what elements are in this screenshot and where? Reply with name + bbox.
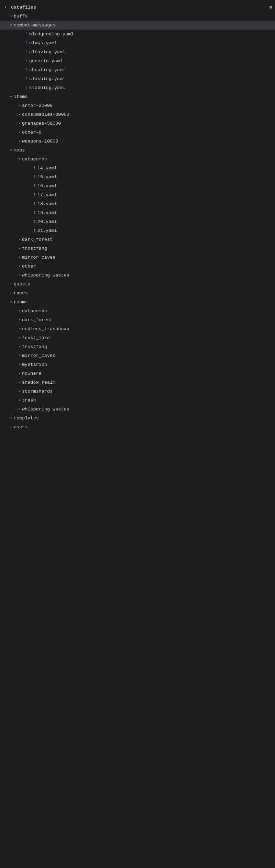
arrow-icon	[16, 129, 22, 135]
item-label: mobs	[14, 148, 25, 153]
list-item[interactable]: catacombs	[0, 306, 275, 315]
arrow-icon	[8, 299, 14, 305]
list-item[interactable]: consumables-30000	[0, 110, 275, 119]
list-item[interactable]: mirror_caves	[0, 253, 275, 262]
root-item[interactable]: _datafiles	[0, 3, 275, 12]
list-item[interactable]: stormshards	[0, 387, 275, 396]
item-label: mirror_caves	[22, 353, 55, 358]
list-item[interactable]: whispering_wastes	[0, 271, 275, 280]
list-item[interactable]: frost_lake	[0, 333, 275, 342]
list-item[interactable]: items	[0, 92, 275, 101]
arrow-icon	[8, 147, 14, 153]
list-item[interactable]: templates	[0, 414, 275, 422]
list-item[interactable]: nowhere	[0, 369, 275, 378]
item-label: frost_lake	[22, 335, 50, 340]
list-item[interactable]: endless_trashheap	[0, 324, 275, 333]
arrow-icon	[16, 308, 22, 314]
item-label: stabbing.yaml	[29, 85, 65, 90]
warning-icon: !	[25, 41, 28, 46]
item-label: whispering_wastes	[22, 273, 69, 278]
item-label: combat-messages	[14, 23, 56, 28]
arrow-icon	[16, 371, 22, 376]
list-item[interactable]: ! slashing.yaml	[0, 74, 275, 83]
list-item[interactable]: ! bludgeoning.yaml	[0, 30, 275, 38]
list-item[interactable]: ! 20.yaml	[0, 217, 275, 226]
list-item[interactable]: whispering_wastes	[0, 405, 275, 414]
root-arrow	[3, 4, 8, 10]
list-item[interactable]: ! 15.yaml	[0, 172, 275, 181]
item-label: 14.yaml	[37, 166, 57, 171]
list-item[interactable]: mystarion	[0, 360, 275, 369]
list-item[interactable]: ! claws.yaml	[0, 38, 275, 47]
item-label: races	[14, 291, 28, 296]
arrow-icon	[16, 237, 22, 242]
list-item[interactable]: frostfang	[0, 244, 275, 253]
list-item[interactable]: ! 21.yaml	[0, 226, 275, 235]
list-item[interactable]: ! cleaving.yaml	[0, 47, 275, 56]
list-item[interactable]: rooms	[0, 297, 275, 306]
item-label: shooting.yaml	[29, 67, 65, 72]
list-item[interactable]: users	[0, 422, 275, 431]
list-item[interactable]: ! 14.yaml	[0, 164, 275, 172]
item-label: claws.yaml	[29, 41, 57, 46]
arrow-icon	[16, 406, 22, 412]
list-item[interactable]: dark_forest	[0, 315, 275, 324]
item-label: armor-20000	[22, 103, 53, 108]
list-item[interactable]: mirror_caves	[0, 351, 275, 360]
item-label: weapons-10000	[22, 139, 58, 144]
list-item[interactable]: trash	[0, 396, 275, 405]
warning-icon: !	[33, 219, 36, 224]
item-label: rooms	[14, 300, 28, 305]
arrow-icon	[16, 272, 22, 278]
list-item[interactable]: other	[0, 262, 275, 271]
item-label: endless_trashheap	[22, 326, 69, 331]
list-item[interactable]: combat-messages	[0, 21, 275, 30]
item-label: 19.yaml	[37, 210, 57, 215]
arrow-icon	[16, 397, 22, 403]
item-label: whispering_wastes	[22, 407, 69, 412]
list-item[interactable]: grenades-50000	[0, 119, 275, 128]
list-item[interactable]: shadow_realm	[0, 378, 275, 387]
list-item[interactable]: ! 18.yaml	[0, 199, 275, 208]
list-item[interactable]: ! 16.yaml	[0, 181, 275, 190]
item-label: users	[14, 425, 28, 430]
arrow-icon	[16, 362, 22, 367]
warning-icon: !	[25, 32, 28, 37]
item-label: quests	[14, 282, 31, 287]
list-item[interactable]: buffs	[0, 12, 275, 21]
arrow-icon	[16, 335, 22, 340]
arrow-icon	[16, 317, 22, 323]
list-item[interactable]: ! shooting.yaml	[0, 65, 275, 74]
item-label: buffs	[14, 14, 28, 19]
item-label: dark_forest	[22, 237, 53, 242]
arrow-icon	[16, 263, 22, 269]
item-label: nowhere	[22, 371, 42, 376]
list-item[interactable]: ! generic.yaml	[0, 56, 275, 65]
list-item[interactable]: frostfang	[0, 342, 275, 351]
item-label: cleaving.yaml	[29, 49, 65, 55]
item-label: dark_forest	[22, 317, 53, 323]
list-item[interactable]: ! 17.yaml	[0, 190, 275, 199]
list-item[interactable]: catacombs	[0, 155, 275, 164]
warning-icon: !	[25, 49, 28, 55]
arrow-icon	[16, 255, 22, 260]
list-item[interactable]: other-0	[0, 128, 275, 137]
arrow-icon	[16, 388, 22, 394]
list-item[interactable]: weapons-10000	[0, 137, 275, 146]
item-label: 18.yaml	[37, 201, 57, 206]
arrow-icon	[16, 112, 22, 117]
list-item[interactable]: races	[0, 289, 275, 297]
list-item[interactable]: armor-20000	[0, 101, 275, 110]
arrow-icon	[8, 13, 14, 19]
list-item[interactable]: dark_forest	[0, 235, 275, 244]
item-label: other	[22, 264, 36, 269]
list-item[interactable]: mobs	[0, 146, 275, 155]
item-label: shadow_realm	[22, 380, 55, 385]
item-label: slashing.yaml	[29, 76, 65, 81]
list-item[interactable]: ! stabbing.yaml	[0, 83, 275, 92]
list-item[interactable]: ! 19.yaml	[0, 208, 275, 217]
item-label: consumables-30000	[22, 112, 69, 117]
list-item[interactable]: quests	[0, 280, 275, 289]
arrow-icon	[8, 94, 14, 99]
arrow-icon	[8, 415, 14, 421]
